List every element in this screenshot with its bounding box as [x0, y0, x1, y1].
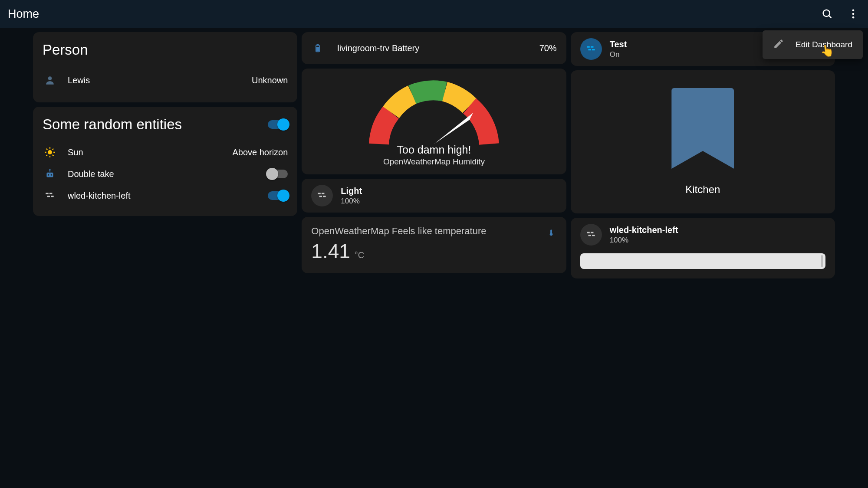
entities-card: Some random entities Sun Above horizon D…: [33, 107, 297, 216]
svg-rect-26: [317, 47, 319, 51]
svg-point-4: [852, 16, 855, 19]
svg-rect-38: [588, 235, 591, 236]
svg-line-13: [46, 155, 47, 156]
entity-label: Double take: [68, 169, 114, 179]
slider-thumb[interactable]: [821, 255, 823, 267]
wled-light-card: wled-kitchen-left 100%: [571, 218, 835, 278]
person-card: Person Lewis Unknown: [33, 32, 297, 102]
person-row[interactable]: Lewis Unknown: [43, 69, 288, 91]
bookmark-icon: [671, 88, 734, 169]
test-name: Test: [610, 39, 627, 49]
search-button[interactable]: [820, 7, 834, 21]
area-label: Kitchen: [685, 183, 720, 196]
person-state: Unknown: [252, 75, 288, 85]
wled-brightness: 100%: [610, 236, 678, 245]
gauge-icon: [369, 79, 499, 148]
svg-rect-21: [49, 193, 53, 194]
person-icon: [43, 73, 57, 88]
svg-rect-34: [588, 49, 591, 50]
svg-rect-33: [591, 46, 594, 48]
gauge-subcaption: OpenWeatherMap Humidity: [383, 157, 485, 167]
entity-value: Above horizon: [232, 147, 288, 157]
person-card-title: Person: [43, 42, 288, 58]
temperature-card[interactable]: OpenWeatherMap Feels like temperature 1.…: [302, 217, 566, 273]
wled-icon: [43, 188, 57, 203]
svg-rect-20: [46, 193, 49, 194]
svg-rect-37: [591, 232, 594, 233]
entity-label: Sun: [68, 147, 83, 157]
entity-toggle[interactable]: [268, 170, 288, 178]
svg-line-11: [46, 149, 47, 150]
svg-line-1: [829, 16, 832, 18]
svg-rect-31: [323, 196, 326, 197]
entities-header-toggle[interactable]: [268, 120, 288, 129]
svg-point-17: [51, 174, 52, 176]
thermometer-icon: [547, 226, 555, 240]
svg-rect-22: [47, 196, 50, 197]
gauge-card[interactable]: Too damn high! OpenWeatherMap Humidity: [302, 69, 566, 174]
light-name: Light: [341, 186, 362, 196]
wled-icon: [311, 185, 333, 206]
svg-rect-32: [587, 46, 590, 48]
person-name: Lewis: [68, 75, 90, 85]
temperature-unit: °C: [355, 250, 364, 260]
light-card[interactable]: Light 100%: [302, 179, 566, 213]
svg-point-16: [48, 174, 49, 176]
svg-rect-36: [587, 232, 590, 233]
brightness-slider[interactable]: [580, 253, 825, 269]
light-brightness: 100%: [341, 197, 362, 206]
sun-icon: [43, 145, 57, 160]
svg-line-14: [53, 149, 53, 150]
svg-point-2: [852, 10, 855, 12]
entities-card-title: Some random entities: [43, 116, 182, 133]
overflow-menu-button[interactable]: [846, 7, 860, 21]
svg-rect-28: [318, 193, 321, 194]
wled-icon: [580, 224, 602, 246]
svg-line-12: [53, 155, 53, 156]
battery-icon: [311, 42, 324, 55]
battery-value: 70%: [539, 43, 557, 53]
svg-point-19: [49, 169, 50, 170]
svg-rect-35: [592, 49, 595, 50]
svg-rect-23: [51, 196, 54, 197]
area-card[interactable]: Kitchen: [571, 70, 835, 213]
robot-icon: [43, 167, 57, 181]
entity-row-wled[interactable]: wled-kitchen-left: [43, 185, 288, 206]
svg-rect-39: [592, 235, 595, 236]
test-state: On: [610, 50, 627, 59]
pencil-icon: [773, 38, 784, 51]
app-header: Home: [0, 0, 868, 28]
svg-rect-30: [319, 196, 322, 197]
overflow-menu: Edit Dashboard: [763, 30, 863, 59]
temperature-value: 1.41: [311, 239, 350, 263]
svg-point-6: [48, 150, 52, 154]
entity-label: wled-kitchen-left: [68, 191, 131, 201]
svg-rect-25: [317, 44, 319, 45]
wled-icon: [580, 38, 602, 60]
svg-point-5: [48, 76, 52, 80]
battery-card[interactable]: livingroom-trv Battery 70%: [302, 32, 566, 64]
temperature-title: OpenWeatherMap Feels like temperature: [311, 226, 556, 237]
svg-point-3: [852, 13, 855, 15]
wled-name: wled-kitchen-left: [610, 225, 678, 235]
entity-row-sun[interactable]: Sun Above horizon: [43, 141, 288, 163]
menu-item-edit-dashboard[interactable]: Edit Dashboard: [796, 40, 852, 49]
svg-marker-27: [434, 113, 473, 144]
svg-point-0: [823, 10, 830, 16]
entity-toggle[interactable]: [268, 191, 288, 200]
battery-label: livingroom-trv Battery: [337, 43, 419, 53]
search-icon: [821, 8, 833, 20]
svg-rect-15: [46, 173, 53, 177]
page-title: Home: [8, 7, 39, 21]
entity-row-doubletake[interactable]: Double take: [43, 163, 288, 185]
wled-light-header[interactable]: wled-kitchen-left 100%: [580, 224, 825, 246]
svg-rect-29: [322, 193, 325, 194]
dots-vertical-icon: [847, 8, 859, 20]
